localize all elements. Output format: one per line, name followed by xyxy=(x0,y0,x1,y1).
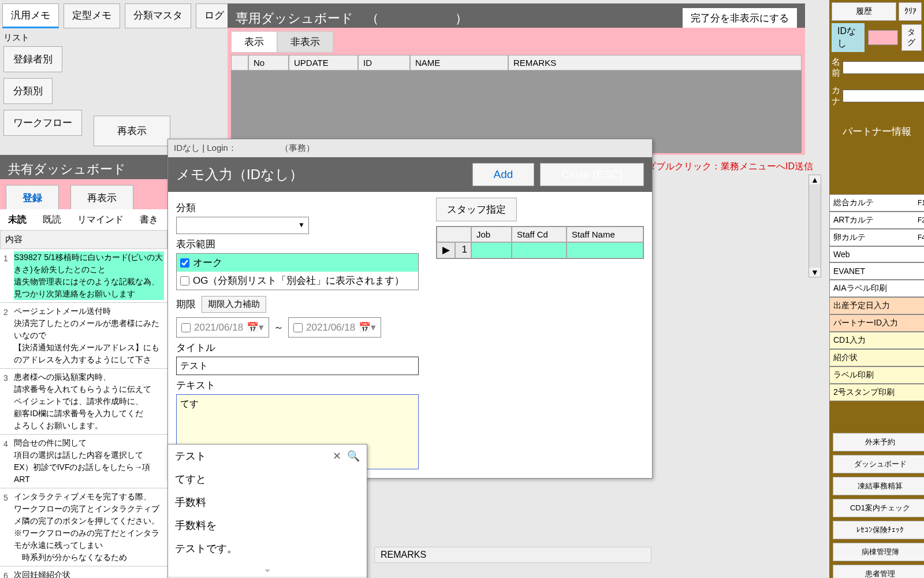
staff-col-name: Staff Name xyxy=(567,227,643,242)
tilde: ～ xyxy=(274,321,284,334)
remarks-col-lower: REMARKS xyxy=(374,547,651,563)
staff-assign-button[interactable]: スタッフ指定 xyxy=(436,198,517,221)
memo-item[interactable]: 5インタラクティブメモを完了する際、ワークフローの完了とインタラクティブメ隣の完… xyxy=(0,488,167,566)
main-dashboard-title: 専用ダッシュボード （ ） xyxy=(236,10,468,27)
memo-item[interactable]: 1S39827 5/1移植時に白いカード(ビいの大きさ)を紛失したとのこと遺失物… xyxy=(0,249,167,303)
memo-item[interactable]: 6次回妊婦紹介状淀キリへ予約連絡を当日 xyxy=(0,566,167,578)
menu-ARTカルテ[interactable]: ARTカルテF2 xyxy=(829,212,924,229)
tab-classify-master[interactable]: 分類マスタ xyxy=(125,3,191,28)
main-tab-show[interactable]: 表示 xyxy=(231,31,277,53)
date-to[interactable]: 2021/06/18 📅▾ xyxy=(288,317,381,338)
action-ﾚｾｺﾝ保険ﾁｪｯｸ[interactable]: ﾚｾｺﾝ保険ﾁｪｯｸ xyxy=(833,521,924,539)
ime-suggestion[interactable]: テスト✕🔍 xyxy=(168,444,367,468)
date-to-checkbox[interactable] xyxy=(293,323,303,332)
menu-総合カルテ[interactable]: 総合カルテF1 xyxy=(829,194,924,212)
scrollbar[interactable]: ▲ ▼ xyxy=(808,175,821,277)
tab-template-memo[interactable]: 定型メモ xyxy=(64,3,120,28)
scope-list: オーク OG（分類別リスト「別会社」に表示されます） xyxy=(176,253,419,290)
dblclick-hint: ダブルクリック：業務メニューへID送信 xyxy=(647,161,813,173)
tab-generic-memo[interactable]: 汎用メモ xyxy=(2,3,59,28)
action-患者管理[interactable]: 患者管理 xyxy=(833,565,924,578)
tab-remind[interactable]: リマインド xyxy=(69,209,132,231)
staff-row[interactable]: ▶ 1 xyxy=(437,242,643,258)
menu-2号スタンプ印刷[interactable]: 2号スタンプ印刷 xyxy=(829,384,924,401)
category-select[interactable] xyxy=(176,217,309,234)
main-tab-hide[interactable]: 非表示 xyxy=(277,31,333,53)
menu-Web[interactable]: Web xyxy=(829,246,924,262)
by-category-button[interactable]: 分類別 xyxy=(3,78,53,104)
tab-unread[interactable]: 未読 xyxy=(0,209,35,231)
title-input[interactable] xyxy=(176,357,419,375)
close-button[interactable]: Close (ESC) xyxy=(540,163,644,186)
ime-suggestions: テスト✕🔍てすと手数料手数料をテストです。 ⌄ Tab キーで予測候補を選択 xyxy=(167,444,367,578)
menu-卵カルテ[interactable]: 卵カルテF4 xyxy=(829,229,924,246)
redisplay-button-2[interactable]: 再表示 xyxy=(70,185,133,211)
search-icon[interactable]: 🔍 xyxy=(347,450,360,462)
memo-list-header: 内容 xyxy=(0,230,167,249)
text-field-label: テキスト xyxy=(176,379,419,392)
memo-list: 内容 1S39827 5/1移植時に白いカード(ビいの大きさ)を紛失したとのこと… xyxy=(0,230,167,578)
staff-col-cd: Staff Cd xyxy=(512,227,567,242)
kana-label: カナ xyxy=(832,85,840,107)
ime-suggestion[interactable]: 手数料を xyxy=(168,514,367,537)
ime-suggestion[interactable]: てすと xyxy=(168,468,367,491)
date-from[interactable]: 2021/06/18 📅▾ xyxy=(176,317,269,338)
id-none-badge: IDなし xyxy=(832,23,865,52)
hide-completed-button[interactable]: 完了分を非表示にする xyxy=(683,8,797,28)
tab-read[interactable]: 既読 xyxy=(35,209,69,231)
menu-紹介状[interactable]: 紹介状 xyxy=(829,349,924,366)
ime-more-icon[interactable]: ⌄ xyxy=(168,560,367,577)
kana-input[interactable] xyxy=(843,90,924,102)
col-remarks: REMARKS xyxy=(508,55,802,71)
staff-col-job: Job xyxy=(471,227,512,242)
dialog-titlebar: IDなし | Login： （事務） xyxy=(168,139,652,157)
scroll-up-icon[interactable]: ▲ xyxy=(809,175,821,184)
action-ダッシュボード[interactable]: ダッシュボード xyxy=(833,455,924,473)
menu-パートナーID入力[interactable]: パートナーID入力 xyxy=(829,314,924,332)
action-凍結事務精算[interactable]: 凍結事務精算 xyxy=(833,477,924,495)
col-id: ID xyxy=(358,55,410,71)
ime-suggestion[interactable]: テストです。 xyxy=(168,537,367,560)
scope-opt-oak[interactable]: オーク xyxy=(177,254,418,272)
name-label: 名前 xyxy=(832,57,840,79)
action-外来予約[interactable]: 外来予約 xyxy=(833,433,924,451)
scroll-down-icon[interactable]: ▼ xyxy=(809,268,821,277)
col-no: No xyxy=(248,55,289,71)
scope-opt-oak-checkbox[interactable] xyxy=(180,258,189,268)
calendar-icon[interactable]: 📅▾ xyxy=(247,321,264,334)
action-病棟管理簿[interactable]: 病棟管理簿 xyxy=(833,543,924,561)
menu-AIAラベル印刷[interactable]: AIAラベル印刷 xyxy=(829,280,924,297)
close-icon[interactable]: ✕ xyxy=(333,450,341,462)
col-name: NAME xyxy=(410,55,508,71)
calendar-icon[interactable]: 📅▾ xyxy=(359,321,376,334)
scope-opt-og-checkbox[interactable] xyxy=(180,276,189,286)
scope-opt-og[interactable]: OG（分類別リスト「別会社」に表示されます） xyxy=(177,272,418,290)
menu-EVANET[interactable]: EVANET xyxy=(829,262,924,280)
redisplay-button[interactable]: 再表示 xyxy=(94,116,170,146)
col-update: UPDATE xyxy=(289,55,358,71)
tag-button[interactable]: タグ xyxy=(901,24,922,51)
name-input[interactable] xyxy=(843,61,924,74)
deadline-label: 期限 xyxy=(176,298,196,311)
id-input[interactable] xyxy=(868,30,898,45)
menu-ラベル印刷[interactable]: ラベル印刷 xyxy=(829,366,924,384)
date-from-checkbox[interactable] xyxy=(181,323,191,332)
deadline-helper-button[interactable]: 期限入力補助 xyxy=(202,296,266,313)
action-CD1案内チェック[interactable]: CD1案内チェック xyxy=(833,499,924,517)
menu-出産予定日入力[interactable]: 出産予定日入力 xyxy=(829,297,924,314)
by-registrant-button[interactable]: 登録者別 xyxy=(3,46,62,72)
memo-item[interactable]: 2ページェントメール送付時決済完了したとのメールが患者様にみたいなので【決済通知… xyxy=(0,303,167,369)
ime-suggestion[interactable]: 手数料 xyxy=(168,491,367,514)
memo-input-dialog: IDなし | Login： （事務） メモ入力（IDなし） Add Close … xyxy=(167,139,653,479)
add-button[interactable]: Add xyxy=(472,163,535,186)
menu-CD1入力[interactable]: CD1入力 xyxy=(829,332,924,349)
memo-item[interactable]: 3患者様への振込額案内時、請求番号を入れてもらうように伝えてペイジェントでは、請… xyxy=(0,369,167,435)
clear-button[interactable]: ｸﾘｱ xyxy=(899,2,922,21)
workflow-button[interactable]: ワークフロー xyxy=(3,110,82,136)
memo-item[interactable]: 4問合せの件に関して項目の選択は話した内容を選択してEX）初診でIVFのお話しを… xyxy=(0,435,167,488)
category-label: 分類 xyxy=(176,201,419,214)
staff-grid: Job Staff Cd Staff Name ▶ 1 xyxy=(436,226,644,259)
register-button[interactable]: 登録 xyxy=(6,185,59,211)
history-button[interactable]: 履歴 xyxy=(832,2,896,21)
tab-draft[interactable]: 書き xyxy=(132,209,166,231)
